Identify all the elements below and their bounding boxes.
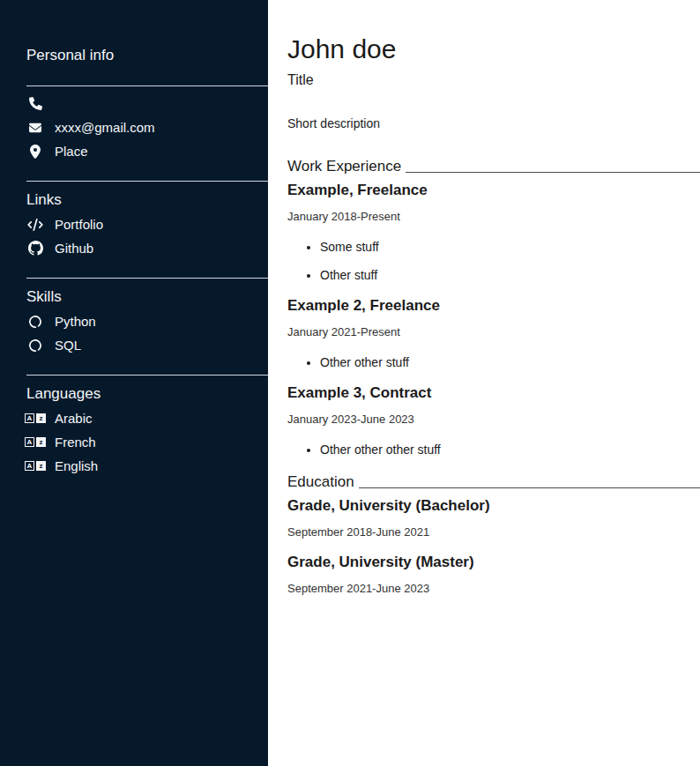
location-pin-icon — [26, 145, 44, 159]
section-heading-work-experience: Work Experience — [287, 158, 700, 175]
link-row-github[interactable]: Github — [26, 236, 268, 260]
bullet-item: Other other stuff — [320, 355, 700, 370]
person-title: Title — [287, 71, 700, 88]
sidebar-section-title-languages: Languages — [26, 384, 268, 403]
language-icon: Az — [26, 461, 44, 471]
bullet-item: Other other other stuff — [320, 442, 700, 457]
email-value: xxxx@gmail.com — [55, 120, 155, 135]
entry-date: January 2018-Present — [287, 210, 700, 224]
entry-bullet-list: Other other other stuff — [287, 442, 700, 457]
divider — [26, 86, 268, 86]
entry-title: Grade, University (Bachelor) — [287, 497, 700, 515]
skill-label: Python — [55, 314, 96, 329]
language-icon: Az — [26, 413, 44, 423]
heading-rule — [359, 487, 700, 488]
entry-bullet-list: Some stuff Other stuff — [287, 240, 700, 283]
divider — [26, 278, 268, 279]
code-icon — [26, 219, 44, 231]
entry-date: September 2018-June 2021 — [287, 525, 700, 539]
contact-row-phone — [26, 92, 268, 115]
github-link-label[interactable]: Github — [55, 241, 93, 256]
sidebar-section-title-skills: Skills — [26, 287, 268, 306]
divider — [26, 375, 268, 376]
bullet-item: Other stuff — [320, 268, 700, 283]
sidebar: Personal info xxxx@gmail.com Place Links… — [0, 0, 268, 766]
language-icon: Az — [26, 437, 44, 447]
circle-notch-icon — [25, 313, 46, 331]
portfolio-link-label[interactable]: Portfolio — [55, 217, 103, 232]
contact-row-email: xxxx@gmail.com — [26, 115, 268, 139]
language-label: Arabic — [55, 411, 93, 426]
link-row-portfolio[interactable]: Portfolio — [26, 212, 268, 236]
resume-main: John doe Title Short description Work Ex… — [268, 0, 700, 766]
person-name: John doe — [287, 33, 700, 64]
short-description: Short description — [287, 116, 700, 131]
divider — [26, 181, 268, 182]
sidebar-section-title-links: Links — [26, 190, 268, 209]
section-heading-education: Education — [287, 473, 700, 491]
entry-bullet-list: Other other stuff — [287, 355, 700, 370]
language-row-french: Az French — [26, 430, 268, 454]
entry-title: Grade, University (Master) — [287, 554, 700, 571]
language-row-english: Az English — [26, 454, 268, 478]
github-icon — [26, 241, 44, 256]
language-label: French — [55, 435, 96, 450]
entry-date: September 2021-June 2023 — [287, 582, 700, 596]
heading-rule — [406, 172, 700, 173]
entry-date: January 2021-Present — [287, 325, 700, 339]
entry-title: Example 2, Freelance — [287, 297, 700, 315]
phone-icon — [26, 97, 44, 110]
contact-row-place: Place — [26, 139, 268, 163]
entry-date: January 2023-June 2023 — [287, 413, 700, 427]
entry-title: Example, Freelance — [287, 182, 700, 199]
bullet-item: Some stuff — [320, 240, 700, 255]
envelope-icon — [26, 122, 44, 134]
skill-row-python: Python — [26, 309, 268, 333]
circle-notch-icon — [25, 337, 46, 354]
language-label: English — [55, 458, 98, 473]
skill-row-sql: SQL — [26, 333, 268, 357]
language-row-arabic: Az Arabic — [26, 406, 268, 430]
section-heading-label: Education — [287, 473, 354, 491]
section-heading-label: Work Experience — [287, 158, 401, 175]
skill-label: SQL — [55, 338, 81, 353]
place-value: Place — [55, 144, 88, 159]
entry-title: Example 3, Contract — [287, 384, 700, 402]
sidebar-section-title-personal-info: Personal info — [26, 46, 268, 64]
